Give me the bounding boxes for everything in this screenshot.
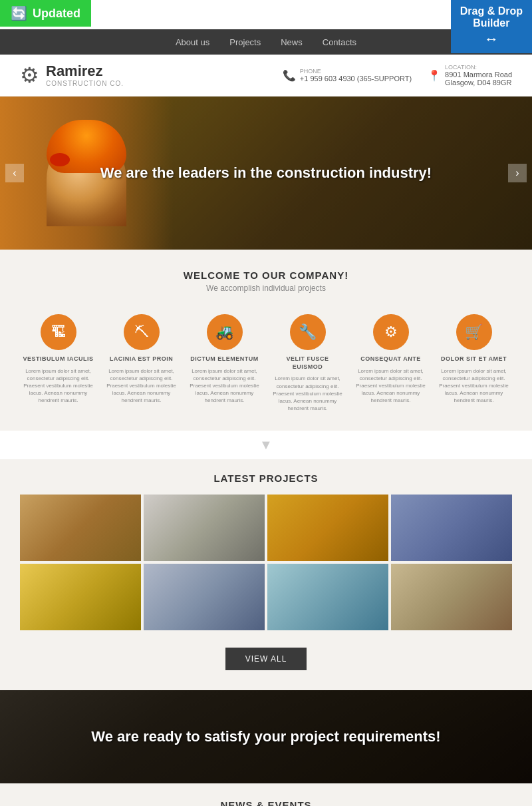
service-title-4: CONSEQUAT ANTE xyxy=(355,355,426,363)
logo-sub: CONSTRUCTION CO. xyxy=(46,80,124,87)
service-desc-4: Lorem ipsum dolor sit amet, consectetur … xyxy=(355,367,426,405)
header-contacts: 📞 Phone +1 959 603 4930 (365-SUPPORT) 📍 … xyxy=(283,64,512,87)
ready-text: We are ready to satisfy your project req… xyxy=(91,728,440,745)
phone-icon: 📞 xyxy=(283,69,296,82)
service-icon-5: 🛒 xyxy=(456,314,492,350)
project-thumb-5[interactable] xyxy=(20,564,141,630)
view-all-button[interactable]: VIEW ALL xyxy=(225,648,307,670)
hero-headline: We are the leaders in the construction i… xyxy=(100,164,432,183)
nav-news[interactable]: News xyxy=(281,37,303,47)
service-item-3: 🔧 VELIT FUSCE EUISMOD Lorem ipsum dolor … xyxy=(269,309,346,417)
project-thumb-8[interactable] xyxy=(391,564,512,630)
sync-icon: 🔄 xyxy=(11,5,27,21)
project-thumb-2[interactable] xyxy=(144,495,265,561)
hero-next-button[interactable]: › xyxy=(508,164,527,182)
project-thumb-6[interactable] xyxy=(144,564,265,630)
news-section: NEWS & EVENTS Praesent vestibulum molest… xyxy=(0,783,532,806)
service-icon-3: 🔧 xyxy=(290,314,326,350)
service-item-0: 🏗 VESTIBULUM IACULIS Lorem ipsum dolor s… xyxy=(20,309,96,417)
logo-brand: Ramirez xyxy=(46,63,124,79)
service-desc-5: Lorem ipsum dolor sit amet, consectetur … xyxy=(438,367,509,405)
project-thumb-1[interactable] xyxy=(20,495,141,561)
hero-prev-button[interactable]: ‹ xyxy=(5,164,24,182)
service-desc-3: Lorem ipsum dolor sit amet, consectetur … xyxy=(272,375,343,412)
logo-icon: ⚙ xyxy=(20,63,39,88)
projects-grid xyxy=(20,495,512,630)
projects-title: LATEST PROJECTS xyxy=(20,473,512,484)
service-item-4: ⚙ CONSEQUAT ANTE Lorem ipsum dolor sit a… xyxy=(352,309,429,417)
service-desc-2: Lorem ipsum dolor sit amet, consectetur … xyxy=(189,367,260,405)
service-title-3: VELIT FUSCE EUISMOD xyxy=(272,355,343,371)
welcome-title: WELCOME TO OUR COMPANY! xyxy=(20,270,512,281)
service-title-0: VESTIBULUM IACULIS xyxy=(23,355,94,363)
updated-badge: 🔄 Updated xyxy=(0,0,91,27)
service-icon-0: 🏗 xyxy=(41,314,76,350)
project-thumb-7[interactable] xyxy=(267,564,388,630)
divider-arrow: ▼ xyxy=(0,431,532,459)
service-title-5: DOLOR SIT ET AMET xyxy=(438,355,509,363)
service-desc-1: Lorem ipsum dolor sit amet, consectetur … xyxy=(106,367,177,405)
services-grid: 🏗 VESTIBULUM IACULIS Lorem ipsum dolor s… xyxy=(20,309,512,417)
service-item-5: 🛒 DOLOR SIT ET AMET Lorem ipsum dolor si… xyxy=(436,309,512,417)
ready-section: We are ready to satisfy your project req… xyxy=(0,690,532,783)
news-title: NEWS & EVENTS xyxy=(20,799,512,806)
hero-text: We are the leaders in the construction i… xyxy=(100,164,432,183)
phone-contact: 📞 Phone +1 959 603 4930 (365-SUPPORT) xyxy=(283,64,412,87)
arrows-icon: ↔ xyxy=(460,31,523,48)
nav-projects[interactable]: Projects xyxy=(229,37,261,47)
service-icon-4: ⚙ xyxy=(373,314,409,350)
welcome-subtitle: We accomplish individual projects xyxy=(20,284,512,293)
logo: ⚙ Ramirez CONSTRUCTION CO. xyxy=(20,63,124,88)
service-title-2: DICTUM ELEMENTUM xyxy=(189,355,260,363)
project-thumb-4[interactable] xyxy=(391,495,512,561)
nav-about[interactable]: About us xyxy=(176,37,209,47)
welcome-section: WELCOME TO OUR COMPANY! We accomplish in… xyxy=(0,250,532,431)
hero-section: We are the leaders in the construction i… xyxy=(0,97,532,250)
location-icon: 📍 xyxy=(428,69,441,82)
nav-contacts[interactable]: Contacts xyxy=(323,37,356,47)
service-desc-0: Lorem ipsum dolor sit amet, consectetur … xyxy=(23,367,94,405)
projects-section: LATEST PROJECTS VIEW ALL xyxy=(0,459,532,690)
location-contact: 📍 Location: 8901 Marmora Road Glasgow, D… xyxy=(428,64,512,87)
service-item-2: 🚜 DICTUM ELEMENTUM Lorem ipsum dolor sit… xyxy=(186,309,263,417)
service-item-1: ⛏ LACINIA EST PROIN Lorem ipsum dolor si… xyxy=(103,309,180,417)
project-thumb-3[interactable] xyxy=(267,495,388,561)
service-icon-1: ⛏ xyxy=(124,314,160,350)
site-header: ⚙ Ramirez CONSTRUCTION CO. 📞 Phone +1 95… xyxy=(0,55,532,97)
drag-drop-badge: Drag & Drop Builder ↔ xyxy=(451,0,532,53)
service-title-1: LACINIA EST PROIN xyxy=(106,355,177,363)
service-icon-2: 🚜 xyxy=(207,314,243,350)
